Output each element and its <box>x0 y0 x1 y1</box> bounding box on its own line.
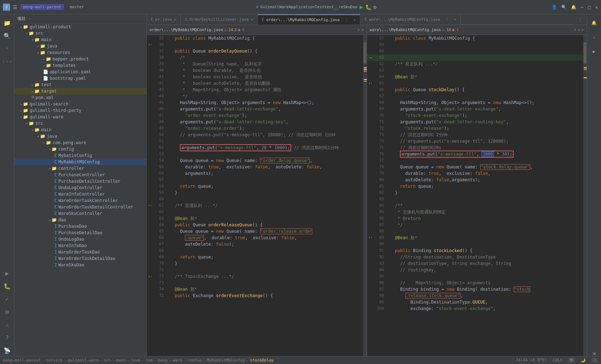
right-sidebar-icon-notifications[interactable]: 🔔 <box>588 17 600 29</box>
tab-close-listener[interactable]: ✕ <box>251 18 253 21</box>
tree-item-java2[interactable]: ▾📁java <box>14 133 146 139</box>
left-vscroll-thumb[interactable] <box>363 42 366 64</box>
tab-close-ware-config[interactable]: ✕ <box>454 18 456 21</box>
right-vscroll[interactable] <box>583 35 587 356</box>
tab-more-order[interactable]: ⋮ <box>342 18 351 22</box>
status-notification-count[interactable]: 2 <box>591 358 598 363</box>
tree-item-src2[interactable]: ▾📁src <box>14 120 146 127</box>
status-moon-icon[interactable]: 🌙 <box>581 358 586 363</box>
sidebar-icon-todo[interactable]: ✓ <box>1 293 13 305</box>
tab-close-er[interactable]: ✕ <box>174 18 176 21</box>
tree-item-wareordertaskdetail-controller[interactable]: CWareOrderTaskDetailController <box>14 204 146 210</box>
right-code-area[interactable]: 22 public class MyRabbitMQConfig { 59 <box>367 35 583 356</box>
tree-item-bootstrap-yaml[interactable]: 📄bootstrap.yaml <box>14 75 146 82</box>
tree-item-mapper-product[interactable]: ▸📁mapper.product <box>14 56 146 62</box>
tree-item-purchase-dao[interactable]: IPurchaseDao <box>14 223 146 230</box>
breadcrumb-item-11[interactable]: stockDelay <box>250 358 274 363</box>
notifications-icon[interactable]: 🔔 <box>571 5 576 10</box>
tree-item-resources[interactable]: ▾📁resources <box>14 49 146 56</box>
settings-run-button[interactable]: ⚙ <box>373 4 376 10</box>
sidebar-icon-more[interactable]: ··· <box>1 56 13 67</box>
breadcrumb-item-1[interactable]: service <box>46 358 63 363</box>
breadcrumb-item-8[interactable]: ware <box>173 358 182 363</box>
sidebar-icon-git[interactable]: ⑂ <box>1 43 13 54</box>
breadcrumb-item-10[interactable]: MyRabbitMQConfig <box>207 358 245 363</box>
tree-item-java[interactable]: ▸📁java <box>14 43 146 49</box>
tree-item-pom[interactable]: Mpom.xml <box>14 94 146 101</box>
tree-item-test[interactable]: ▸📁test <box>14 82 146 88</box>
right-sidebar-icon-terminal[interactable]: ▶ <box>588 46 600 57</box>
sidebar-icon-run[interactable]: ▶ <box>1 267 13 279</box>
breadcrumb-item-2[interactable]: gulimall-ware <box>68 358 99 363</box>
breadcrumb-item-6[interactable]: com <box>146 358 153 363</box>
tree-item-src[interactable]: ▾📁src <box>14 30 146 36</box>
breadcrumb-item-9[interactable]: config <box>187 358 202 363</box>
tree-item-gulimall-third-party[interactable]: ▸📁gulimall-third-party <box>14 107 146 114</box>
debug-button[interactable]: 🐛 <box>365 4 371 10</box>
tree-item-templates[interactable]: ▸📁templates <box>14 62 146 69</box>
more-run-options[interactable]: ⋮ <box>378 5 382 9</box>
tab-er[interactable]: C er.java ✕ <box>147 14 181 25</box>
right-editor-nav-down[interactable]: ∨ <box>578 28 580 32</box>
tree-item-dao[interactable]: ▾📁dao <box>14 217 146 223</box>
breadcrumb-item-7[interactable]: peng <box>158 358 168 363</box>
tree-item-wareordertask-dao[interactable]: IWareOrderTaskDao <box>14 249 146 255</box>
left-vscroll[interactable] <box>363 35 367 356</box>
tree-item-waresku-controller[interactable]: CWareSkuController <box>14 210 146 217</box>
breadcrumb-item-5[interactable]: java <box>131 358 141 363</box>
breadcrumb-item-4[interactable]: main <box>116 358 126 363</box>
tab-close-order-config[interactable]: ✕ <box>353 18 356 22</box>
tree-item-wareordertaskdetail-dao[interactable]: IWareOrderTaskDetailDao <box>14 255 146 262</box>
sidebar-icon-search[interactable]: 🔍 <box>1 30 13 41</box>
tree-item-gulimall-product[interactable]: ▾📁gulimall-product <box>14 24 146 30</box>
left-code-area[interactable]: 22 public class MyRabbitMQConfig { ⚡⚡ 36 <box>147 35 363 356</box>
sidebar-icon-help[interactable]: ? <box>1 332 13 343</box>
sidebar-icon-project[interactable]: 📁 <box>1 17 13 29</box>
sidebar-icon-structure[interactable]: ⊞ <box>1 306 13 318</box>
menu-icon[interactable]: ☰ <box>13 4 18 10</box>
tree-item-wareinfo-controller[interactable]: CWareInfoController <box>14 191 146 197</box>
tree-item-application-yaml[interactable]: 📄application.yaml <box>14 69 146 75</box>
right-editor-close[interactable]: ✕ <box>581 28 584 32</box>
tree-item-purchasedetail-dao[interactable]: IPurchaseDetailDao <box>14 230 146 236</box>
tree-item-mybatis-config[interactable]: CMybatisConfig <box>14 152 146 159</box>
tree-item-undolog-dao[interactable]: IUndoLogDao <box>14 236 146 242</box>
tree-item-main[interactable]: ▾📁main <box>14 36 146 43</box>
right-vscroll-thumb[interactable] <box>583 42 586 64</box>
tree-item-waresku-dao[interactable]: IWareSkuDao <box>14 262 146 268</box>
tree-item-gulimall-search[interactable]: ▸📁gulimall-search <box>14 101 146 107</box>
left-editor-nav-up[interactable]: ∧ <box>357 28 360 32</box>
right-sidebar-icon-problems[interactable]: ⚠ <box>588 31 600 43</box>
status-encoding[interactable]: CRLF <box>553 358 563 363</box>
sidebar-icon-settings[interactable]: 📡 <box>1 345 13 356</box>
tree-item-wareordertask-controller[interactable]: CWareOrderTaskController <box>14 197 146 204</box>
tree-item-gulimall-ware[interactable]: ▾📁gulimall-ware <box>14 114 146 120</box>
tree-item-undolog-controller[interactable]: CUndoLogController <box>14 185 146 191</box>
minimize-button[interactable]: ─ <box>581 4 583 10</box>
project-name[interactable]: peng-mall-parent <box>20 4 64 10</box>
tree-item-com-peng-ware[interactable]: ▾📁com.peng.ware <box>14 139 146 146</box>
sidebar-icon-debug[interactable]: 🐛 <box>1 280 13 292</box>
status-line-col[interactable]: 74:44 (4 字节) <box>516 358 547 363</box>
maximize-button[interactable]: □ <box>588 4 591 10</box>
search-icon[interactable]: 🔍 <box>561 5 567 10</box>
close-button[interactable]: ✕ <box>595 4 598 10</box>
tree-item-wareinfo-dao[interactable]: IWareInfoDao <box>14 242 146 249</box>
tab-order-listener[interactable]: C OrderSeckillListener.java ✕ <box>181 14 258 25</box>
tree-item-controller[interactable]: ▾📁controller <box>14 165 146 172</box>
right-editor-nav-up[interactable]: ∧ <box>574 28 576 32</box>
tree-item-myrabbit-config[interactable]: CMyRabbitMQConfig <box>14 159 146 165</box>
run-button[interactable]: ▶ <box>360 4 363 10</box>
tree-item-target[interactable]: ▸📁target <box>14 88 146 94</box>
tree-item-purchase-detail-controller[interactable]: CPurchaseDetailController <box>14 178 146 185</box>
user-icon[interactable]: 👤 <box>552 5 557 10</box>
tab-overflow-menu[interactable]: ⋮ <box>574 14 587 25</box>
status-lang[interactable]: 中 <box>568 358 575 363</box>
branch-selector[interactable]: master <box>67 4 87 10</box>
tab-more-ware[interactable]: ⋮ <box>442 17 452 22</box>
sidebar-icon-problems[interactable]: ⚠ <box>1 319 13 330</box>
tab-ware-config[interactable]: C ware\...\MyRabbitMQConfig.java ⋮ ✕ <box>360 14 461 25</box>
tree-item-config[interactable]: ▾📁config <box>14 146 146 152</box>
tree-item-purchase-controller[interactable]: CPurchaseController <box>14 172 146 178</box>
tab-order-config[interactable]: C order\...\MyRabbitMQConfig.java ⋮ ✕ <box>258 14 360 25</box>
